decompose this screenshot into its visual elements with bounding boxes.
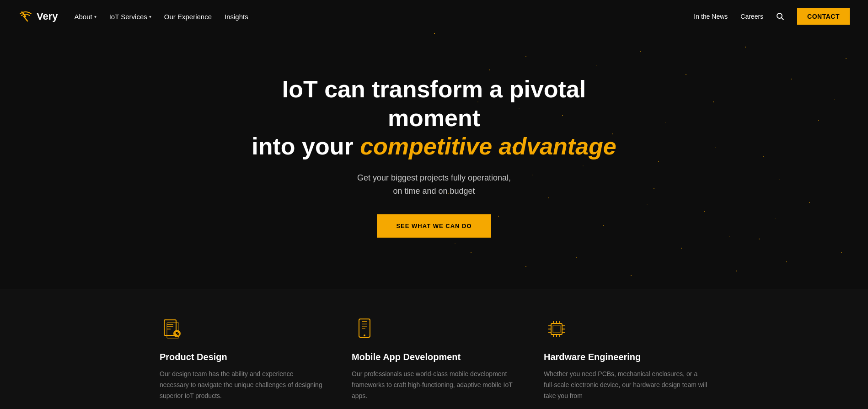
services-section: ✎ Product Design Our design team has the… [0, 289, 868, 409]
chevron-down-icon: ▾ [94, 14, 96, 19]
service-title-mobile-app: Mobile App Development [352, 352, 516, 362]
navbar: Very About ▾ IoT Services ▾ Our Experien… [0, 0, 868, 33]
hero-title-line1: IoT can transform a pivotal moment [282, 76, 586, 131]
nav-item-careers[interactable]: Careers [740, 12, 763, 21]
logo[interactable]: Very [18, 9, 58, 24]
nav-label-about: About [75, 13, 92, 21]
svg-rect-16 [553, 325, 560, 333]
nav-left: Very About ▾ IoT Services ▾ Our Experien… [18, 9, 248, 24]
product-design-icon-wrap: ✎ [160, 316, 324, 344]
service-card-product-design: ✎ Product Design Our design team has the… [160, 316, 324, 401]
nav-label-iot-services: IoT Services [109, 13, 147, 21]
nav-label-in-the-news: In the News [694, 13, 728, 20]
svg-text:✎: ✎ [175, 331, 180, 337]
nav-label-careers: Careers [740, 13, 763, 20]
mobile-app-icon-wrap [352, 316, 516, 344]
nav-item-our-experience[interactable]: Our Experience [164, 13, 212, 21]
chevron-down-icon: ▾ [149, 14, 151, 19]
hardware-icon-wrap [544, 316, 708, 344]
cta-button[interactable]: SEE WHAT WE CAN DO [377, 214, 491, 238]
hero-section: IoT can transform a pivotal moment into … [0, 33, 868, 289]
service-title-product-design: Product Design [160, 352, 324, 362]
service-desc-product-design: Our design team has the ability and expe… [160, 369, 324, 401]
service-desc-mobile-app: Our professionals use world-class mobile… [352, 369, 516, 401]
hero-title-line2-plain: into your [252, 133, 360, 159]
nav-right-links: In the News Careers [694, 12, 763, 21]
nav-label-our-experience: Our Experience [164, 13, 212, 21]
nav-label-insights: Insights [225, 13, 248, 21]
search-icon [776, 12, 784, 21]
hero-content: IoT can transform a pivotal moment into … [251, 75, 617, 238]
mobile-app-icon [352, 316, 377, 342]
service-card-hardware: Hardware Engineering Whether you need PC… [544, 316, 708, 401]
svg-point-10 [364, 335, 365, 336]
nav-item-insights[interactable]: Insights [225, 13, 248, 21]
nav-links: About ▾ IoT Services ▾ Our Experience In… [75, 13, 248, 21]
hero-title-highlight: competitive advantage [360, 133, 616, 159]
service-title-hardware: Hardware Engineering [544, 352, 708, 362]
nav-item-iot-services[interactable]: IoT Services ▾ [109, 13, 151, 21]
hero-subtitle-line1: Get your biggest projects fully operatio… [357, 173, 511, 182]
logo-wordmark: Very [37, 11, 58, 22]
nav-item-in-the-news[interactable]: In the News [694, 12, 728, 21]
hero-title: IoT can transform a pivotal moment into … [251, 75, 617, 160]
contact-button[interactable]: CONTACT [797, 8, 850, 25]
logo-icon [18, 9, 33, 24]
svg-line-1 [782, 18, 784, 20]
search-button[interactable] [776, 12, 784, 21]
nav-item-about[interactable]: About ▾ [75, 13, 96, 21]
hero-subtitle: Get your biggest projects fully operatio… [251, 171, 617, 198]
hero-subtitle-line2: on time and on budget [393, 186, 475, 196]
service-card-mobile-app: Mobile App Development Our professionals… [352, 316, 516, 401]
hardware-icon [544, 316, 569, 342]
nav-right: In the News Careers CONTACT [694, 8, 850, 25]
service-desc-hardware: Whether you need PCBs, mechanical enclos… [544, 369, 708, 401]
product-design-icon: ✎ [160, 316, 185, 342]
